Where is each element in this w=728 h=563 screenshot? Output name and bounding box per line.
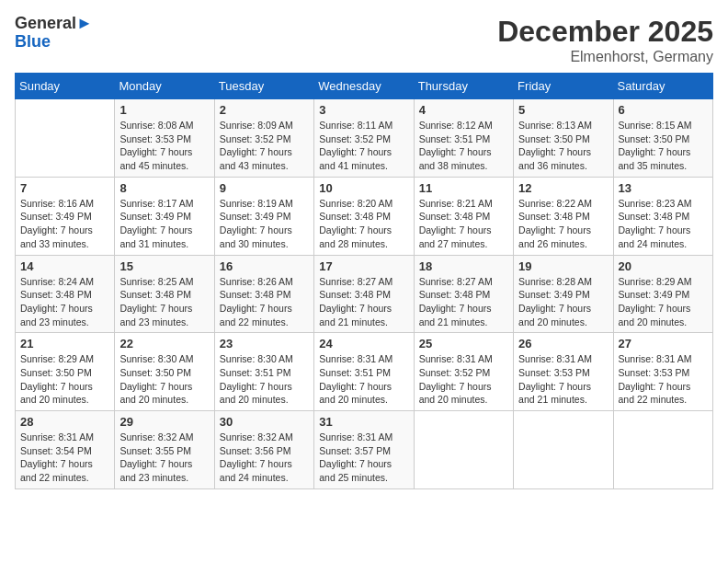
sunset-text: Sunset: 3:53 PM [518,366,608,380]
daylight-text: Daylight: 7 hours and 20 minutes. [220,380,309,407]
sunrise-text: Sunrise: 8:31 AM [20,431,109,444]
day-info: Sunrise: 8:21 AM Sunset: 3:48 PM Dayligh… [419,197,508,251]
day-info: Sunrise: 8:27 AM Sunset: 3:48 PM Dayligh… [319,275,408,329]
sunrise-text: Sunrise: 8:31 AM [319,431,408,444]
page-header: General► Blue December 2025 Elmenhorst, … [15,15,713,65]
header-monday: Monday [115,74,214,99]
sunrise-text: Sunrise: 8:29 AM [619,275,708,289]
day-info: Sunrise: 8:26 AM Sunset: 3:48 PM Dayligh… [220,275,309,329]
daylight-text: Daylight: 7 hours and 20 minutes. [518,302,608,328]
day-number: 6 [619,103,708,117]
day-number: 2 [220,103,309,117]
header-friday: Friday [514,74,613,99]
week-row-1: 7 Sunrise: 8:16 AM Sunset: 3:49 PM Dayli… [16,177,713,255]
day-info: Sunrise: 8:11 AM Sunset: 3:52 PM Dayligh… [319,119,408,173]
header-row: Sunday Monday Tuesday Wednesday Thursday… [16,74,713,99]
day-info: Sunrise: 8:20 AM Sunset: 3:48 PM Dayligh… [319,197,408,251]
daylight-text: Daylight: 7 hours and 20 minutes. [319,380,408,407]
day-info: Sunrise: 8:29 AM Sunset: 3:49 PM Dayligh… [619,275,708,329]
daylight-text: Daylight: 7 hours and 21 minutes. [319,302,408,328]
calendar-cell: 19 Sunrise: 8:28 AM Sunset: 3:49 PM Dayl… [514,255,613,333]
calendar-cell: 14 Sunrise: 8:24 AM Sunset: 3:48 PM Dayl… [16,255,115,333]
calendar-cell: 20 Sunrise: 8:29 AM Sunset: 3:49 PM Dayl… [613,255,712,333]
day-number: 23 [220,337,309,350]
sunrise-text: Sunrise: 8:30 AM [220,352,309,366]
day-number: 31 [319,415,408,429]
calendar-cell: 31 Sunrise: 8:31 AM Sunset: 3:57 PM Dayl… [314,411,414,489]
calendar-cell: 24 Sunrise: 8:31 AM Sunset: 3:51 PM Dayl… [314,333,414,411]
week-row-2: 14 Sunrise: 8:24 AM Sunset: 3:48 PM Dayl… [16,255,713,333]
day-info: Sunrise: 8:17 AM Sunset: 3:49 PM Dayligh… [119,197,209,251]
sunrise-text: Sunrise: 8:11 AM [319,119,408,132]
calendar-cell: 17 Sunrise: 8:27 AM Sunset: 3:48 PM Dayl… [314,255,414,333]
day-number: 22 [119,337,209,350]
calendar-cell [613,411,712,489]
header-tuesday: Tuesday [214,74,313,99]
sunrise-text: Sunrise: 8:08 AM [119,119,209,132]
sunrise-text: Sunrise: 8:22 AM [518,197,608,211]
sunset-text: Sunset: 3:50 PM [119,366,209,380]
day-number: 29 [119,415,209,429]
logo-general-text: General [15,14,76,32]
calendar-cell: 30 Sunrise: 8:32 AM Sunset: 3:56 PM Dayl… [214,411,313,489]
day-number: 9 [220,181,309,195]
calendar-cell: 11 Sunrise: 8:21 AM Sunset: 3:48 PM Dayl… [414,177,513,255]
header-sunday: Sunday [16,74,115,99]
sunset-text: Sunset: 3:48 PM [518,210,608,224]
calendar-cell: 1 Sunrise: 8:08 AM Sunset: 3:53 PM Dayli… [115,99,214,178]
day-number: 12 [518,181,608,195]
sunrise-text: Sunrise: 8:32 AM [119,431,209,444]
day-number: 13 [619,181,708,195]
day-info: Sunrise: 8:08 AM Sunset: 3:53 PM Dayligh… [119,119,209,173]
day-info: Sunrise: 8:31 AM Sunset: 3:52 PM Dayligh… [419,352,508,407]
sunset-text: Sunset: 3:53 PM [619,366,708,380]
day-number: 24 [319,337,408,350]
day-number: 8 [119,181,209,195]
day-number: 30 [220,415,309,429]
title-area: December 2025 Elmenhorst, Germany [497,15,713,65]
day-number: 18 [419,259,508,273]
sunrise-text: Sunrise: 8:31 AM [518,352,608,366]
day-info: Sunrise: 8:32 AM Sunset: 3:56 PM Dayligh… [220,431,309,485]
daylight-text: Daylight: 7 hours and 22 minutes. [619,380,708,407]
sunrise-text: Sunrise: 8:31 AM [319,352,408,366]
day-number: 26 [518,337,608,350]
week-row-3: 21 Sunrise: 8:29 AM Sunset: 3:50 PM Dayl… [16,333,713,411]
daylight-text: Daylight: 7 hours and 24 minutes. [619,224,708,250]
sunset-text: Sunset: 3:53 PM [119,132,209,146]
month-title: December 2025 [497,15,713,49]
day-info: Sunrise: 8:22 AM Sunset: 3:48 PM Dayligh… [518,197,608,251]
calendar-body: 1 Sunrise: 8:08 AM Sunset: 3:53 PM Dayli… [16,99,713,489]
calendar-cell: 13 Sunrise: 8:23 AM Sunset: 3:48 PM Dayl… [613,177,712,255]
day-info: Sunrise: 8:24 AM Sunset: 3:48 PM Dayligh… [20,275,109,329]
day-info: Sunrise: 8:12 AM Sunset: 3:51 PM Dayligh… [419,119,508,173]
sunset-text: Sunset: 3:50 PM [20,366,109,380]
day-number: 4 [419,103,508,117]
day-info: Sunrise: 8:13 AM Sunset: 3:50 PM Dayligh… [518,119,608,173]
week-row-4: 28 Sunrise: 8:31 AM Sunset: 3:54 PM Dayl… [16,411,713,489]
calendar-cell: 7 Sunrise: 8:16 AM Sunset: 3:49 PM Dayli… [16,177,115,255]
daylight-text: Daylight: 7 hours and 31 minutes. [119,224,209,250]
sunset-text: Sunset: 3:51 PM [419,132,508,146]
sunrise-text: Sunrise: 8:24 AM [20,275,109,289]
header-saturday: Saturday [613,74,712,99]
calendar-cell: 2 Sunrise: 8:09 AM Sunset: 3:52 PM Dayli… [214,99,313,178]
location-text: Elmenhorst, Germany [497,49,713,65]
day-number: 15 [119,259,209,273]
daylight-text: Daylight: 7 hours and 38 minutes. [419,145,508,172]
calendar-cell: 12 Sunrise: 8:22 AM Sunset: 3:48 PM Dayl… [514,177,613,255]
sunrise-text: Sunrise: 8:09 AM [220,119,309,132]
daylight-text: Daylight: 7 hours and 27 minutes. [419,224,508,250]
daylight-text: Daylight: 7 hours and 22 minutes. [220,302,309,328]
sunset-text: Sunset: 3:55 PM [119,444,209,458]
daylight-text: Daylight: 7 hours and 23 minutes. [20,302,109,328]
daylight-text: Daylight: 7 hours and 22 minutes. [20,457,109,484]
day-number: 21 [20,337,109,350]
calendar-cell: 5 Sunrise: 8:13 AM Sunset: 3:50 PM Dayli… [514,99,613,178]
daylight-text: Daylight: 7 hours and 20 minutes. [619,302,708,328]
calendar-cell: 3 Sunrise: 8:11 AM Sunset: 3:52 PM Dayli… [314,99,414,178]
sunset-text: Sunset: 3:52 PM [220,132,309,146]
day-info: Sunrise: 8:27 AM Sunset: 3:48 PM Dayligh… [419,275,508,329]
week-row-0: 1 Sunrise: 8:08 AM Sunset: 3:53 PM Dayli… [16,99,713,178]
day-info: Sunrise: 8:30 AM Sunset: 3:51 PM Dayligh… [220,352,309,407]
